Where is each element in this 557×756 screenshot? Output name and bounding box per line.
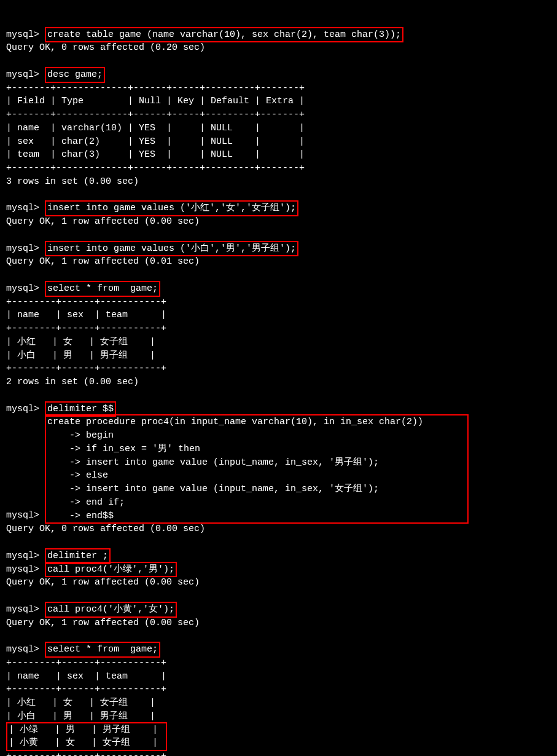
mysql-prompt: mysql> bbox=[6, 283, 45, 294]
table-row: | sex | char(2) | YES | | NULL | | bbox=[6, 136, 305, 147]
cmd-create-procedure: create procedure proc4(in input_name var… bbox=[45, 414, 469, 524]
table-border: +-------+-------------+------+-----+----… bbox=[6, 83, 305, 93]
cmd-call-1: call proc4('小绿','男'); bbox=[45, 562, 177, 578]
table-border: +-------+-------------+------+-----+----… bbox=[6, 163, 305, 173]
table-row: | 小绿 | 男 | 男子组 | bbox=[9, 725, 158, 735]
mysql-prompt: mysql> bbox=[6, 30, 45, 40]
table-row: | team | char(3) | YES | | NULL | | bbox=[6, 149, 305, 160]
cont-prompt: -> bbox=[47, 430, 86, 441]
mysql-prompt: mysql> bbox=[6, 404, 45, 414]
table-header: | Field | Type | Null | Key | Default | … bbox=[6, 96, 305, 106]
highlighted-new-rows: | 小绿 | 男 | 男子组 | | 小黄 | 女 | 女子组 | bbox=[6, 722, 167, 752]
table-border: +--------+------+-----------+ bbox=[6, 297, 166, 307]
cmd-select-1: select * from game; bbox=[45, 281, 160, 297]
rows-in-set: 3 rows in set (0.00 sec) bbox=[6, 176, 139, 187]
mysql-prompt: mysql> bbox=[6, 551, 45, 561]
query-result: Query OK, 1 row affected (0.00 sec) bbox=[6, 577, 200, 588]
cmd-insert-2: insert into game values ('小白','男','男子组')… bbox=[45, 241, 298, 257]
cmd-create-table: create table game (name varchar(10), sex… bbox=[45, 27, 403, 43]
table-row: | 小红 | 女 | 女子组 | bbox=[6, 337, 155, 347]
table-row: | 小白 | 男 | 男子组 | bbox=[6, 350, 155, 361]
table-border: +--------+------+-----------+ bbox=[6, 684, 166, 695]
cmd-insert-1: insert into game values ('小红','女','女子组')… bbox=[45, 200, 298, 216]
cont-prompt: -> bbox=[47, 457, 86, 468]
table-border: +--------+------+-----------+ bbox=[6, 323, 166, 334]
query-result: Query OK, 1 row affected (0.01 sec) bbox=[6, 256, 200, 267]
table-border: +--------+------+-----------+ bbox=[6, 363, 166, 374]
cmd-call-2: call proc4('小黄','女'); bbox=[45, 602, 177, 618]
query-result: Query OK, 1 row affected (0.00 sec) bbox=[6, 618, 200, 628]
query-result: Query OK, 0 rows affected (0.00 sec) bbox=[6, 524, 205, 534]
table-border: +--------+------+-----------+ bbox=[6, 751, 166, 756]
table-row: | name | varchar(10) | YES | | NULL | | bbox=[6, 123, 305, 133]
cmd-desc-game: desc game; bbox=[45, 67, 105, 83]
mysql-prompt: mysql> bbox=[6, 243, 45, 254]
mysql-prompt: mysql> bbox=[6, 511, 45, 521]
table-header: | name | sex | team | bbox=[6, 310, 166, 320]
table-border: +-------+-------------+------+-----+----… bbox=[6, 109, 305, 120]
mysql-prompt: mysql> bbox=[6, 203, 45, 213]
cont-prompt: -> bbox=[47, 470, 86, 481]
cont-prompt: -> bbox=[47, 497, 86, 508]
table-header: | name | sex | team | bbox=[6, 671, 166, 682]
mysql-prompt: mysql> bbox=[6, 604, 45, 615]
table-row: | 小黄 | 女 | 女子组 | bbox=[9, 738, 158, 748]
cont-prompt: -> bbox=[47, 444, 86, 454]
cont-prompt: -> bbox=[47, 484, 86, 494]
table-row: | 小白 | 男 | 男子组 | bbox=[6, 711, 155, 722]
table-row: | 小红 | 女 | 女子组 | bbox=[6, 698, 155, 708]
rows-in-set: 2 rows in set (0.00 sec) bbox=[6, 377, 139, 387]
mysql-prompt: mysql> bbox=[6, 564, 45, 575]
table-border: +--------+------+-----------+ bbox=[6, 658, 166, 668]
query-result: Query OK, 1 row affected (0.00 sec) bbox=[6, 216, 200, 227]
query-result: Query OK, 0 rows affected (0.20 sec) bbox=[6, 42, 205, 53]
cmd-select-2: select * from game; bbox=[45, 642, 160, 658]
mysql-prompt: mysql> bbox=[6, 69, 45, 80]
cont-prompt: -> bbox=[47, 511, 86, 521]
mysql-prompt: mysql> bbox=[6, 644, 45, 655]
